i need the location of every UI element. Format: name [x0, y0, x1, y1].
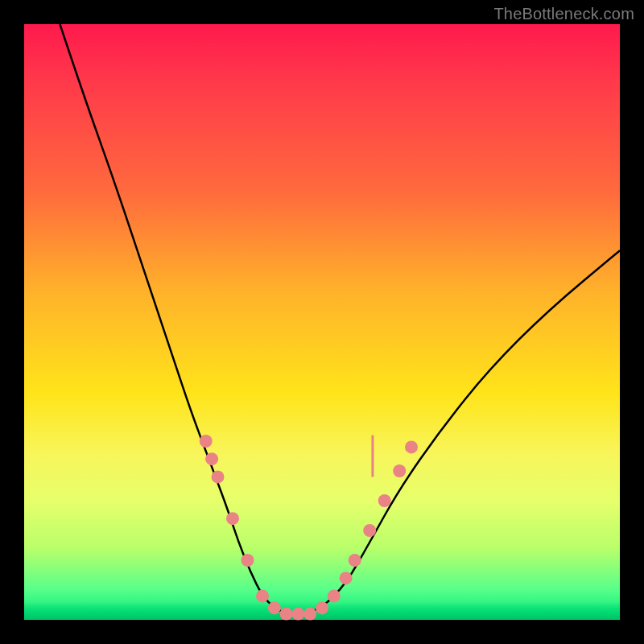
marker-dot	[268, 601, 281, 614]
chart-frame: TheBottleneck.com	[0, 0, 644, 644]
curve-markers	[200, 435, 418, 621]
marker-dot	[200, 435, 213, 448]
curve-svg	[24, 24, 620, 620]
marker-dot	[226, 512, 239, 525]
marker-dot	[212, 470, 225, 483]
marker-dot	[256, 589, 269, 602]
marker-dot	[205, 452, 218, 465]
bottleneck-curve	[60, 24, 620, 614]
watermark-text: TheBottleneck.com	[493, 5, 634, 23]
plot-area	[24, 24, 620, 620]
marker-dot	[363, 524, 376, 537]
marker-dot	[405, 440, 418, 453]
marker-dot	[378, 494, 391, 507]
marker-dot	[340, 572, 353, 584]
marker-dot	[328, 589, 341, 602]
marker-dot	[349, 554, 361, 567]
marker-dot	[280, 608, 293, 621]
marker-dot	[303, 608, 316, 621]
marker-dot	[291, 608, 304, 621]
marker-dot	[242, 554, 254, 567]
marker-dot	[316, 601, 328, 614]
marker-dot	[393, 464, 406, 477]
